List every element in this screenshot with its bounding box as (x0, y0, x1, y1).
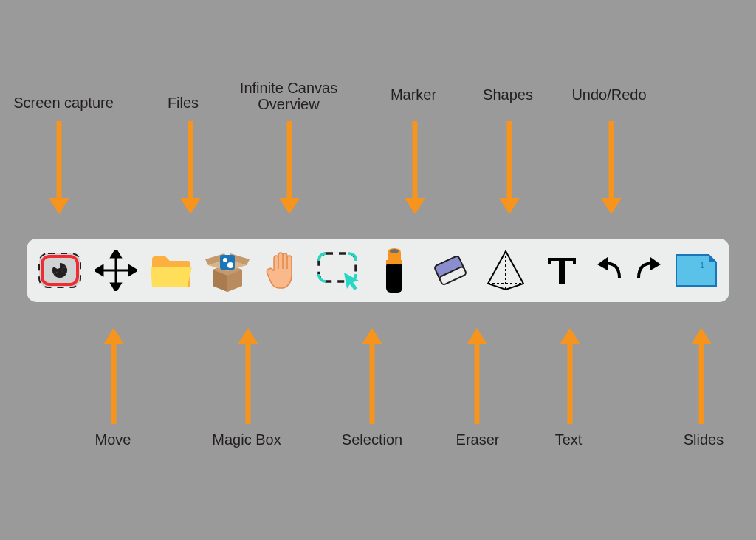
undo-button[interactable] (594, 247, 624, 293)
arrow-down-icon (601, 121, 622, 214)
svg-marker-34 (180, 198, 201, 214)
arrow-up-icon (103, 328, 124, 424)
eraser-icon (430, 253, 471, 288)
arrow-down-icon (180, 121, 201, 214)
svg-point-17 (227, 262, 233, 268)
selection-button[interactable] (316, 247, 362, 293)
label-selection: Selection (335, 431, 409, 448)
shapes-button[interactable] (483, 247, 529, 293)
arrow-up-icon (362, 328, 382, 424)
svg-marker-50 (467, 328, 487, 344)
slides-icon: 1 (675, 253, 718, 287)
svg-marker-44 (103, 328, 124, 344)
toolbar: 1 (27, 239, 729, 302)
text-button[interactable] (539, 247, 585, 293)
svg-marker-46 (238, 328, 258, 344)
svg-marker-30 (650, 257, 661, 270)
label-shapes: Shapes (478, 86, 537, 103)
infinite-canvas-icon (266, 250, 300, 291)
arrow-up-icon (238, 328, 258, 424)
label-canvas: Infinite Canvas Overview (233, 80, 344, 112)
svg-rect-22 (386, 260, 402, 264)
eraser-button[interactable] (427, 247, 473, 293)
screen-capture-button[interactable] (37, 247, 83, 293)
arrow-up-icon (691, 328, 712, 424)
arrow-down-icon (499, 121, 520, 214)
selection-icon (316, 250, 362, 290)
magic-box-button[interactable] (205, 247, 250, 293)
svg-marker-40 (499, 198, 520, 214)
label-screen-capture: Screen capture (12, 95, 115, 111)
files-button[interactable] (148, 247, 194, 293)
screen-capture-icon (37, 251, 83, 290)
move-icon (95, 250, 137, 291)
label-files: Files (161, 95, 205, 111)
slide-number: 1 (700, 261, 704, 270)
label-marker: Marker (384, 86, 443, 103)
label-eraser: Eraser (452, 431, 504, 448)
undo-icon (594, 256, 624, 285)
arrow-up-icon (467, 328, 487, 424)
svg-marker-38 (405, 198, 425, 214)
arrow-up-icon (560, 328, 580, 424)
svg-marker-5 (111, 250, 120, 257)
arrow-down-icon (49, 121, 69, 214)
move-button[interactable] (93, 247, 139, 293)
label-slides: Slides (678, 431, 729, 448)
arrow-down-icon (405, 121, 425, 214)
svg-marker-29 (597, 257, 608, 270)
diagram-stage: Screen capture Files Infinite Canvas Ove… (0, 0, 756, 540)
svg-marker-36 (279, 198, 300, 214)
slides-button[interactable]: 1 (673, 247, 719, 293)
files-icon (149, 252, 193, 289)
marker-button[interactable] (371, 247, 417, 293)
svg-point-23 (390, 249, 399, 253)
svg-rect-15 (220, 255, 235, 270)
label-undo: Undo/Redo (568, 86, 650, 103)
arrow-down-icon (279, 121, 300, 214)
svg-marker-52 (560, 328, 580, 344)
shapes-icon (485, 250, 526, 291)
svg-marker-42 (601, 198, 622, 214)
infinite-canvas-button[interactable] (260, 247, 306, 293)
svg-marker-7 (95, 266, 103, 275)
redo-icon (634, 256, 664, 285)
label-move: Move (87, 431, 139, 448)
magic-box-icon (205, 249, 250, 292)
svg-marker-54 (691, 328, 712, 344)
redo-button[interactable] (634, 247, 664, 293)
svg-marker-8 (129, 266, 137, 275)
svg-rect-21 (386, 262, 402, 293)
svg-marker-48 (362, 328, 382, 344)
svg-point-16 (223, 258, 227, 262)
svg-marker-32 (49, 198, 69, 214)
label-text: Text (546, 431, 591, 448)
marker-icon (382, 248, 407, 293)
text-icon (545, 253, 579, 287)
svg-marker-6 (111, 284, 120, 291)
label-magicbox: Magic Box (210, 431, 284, 448)
